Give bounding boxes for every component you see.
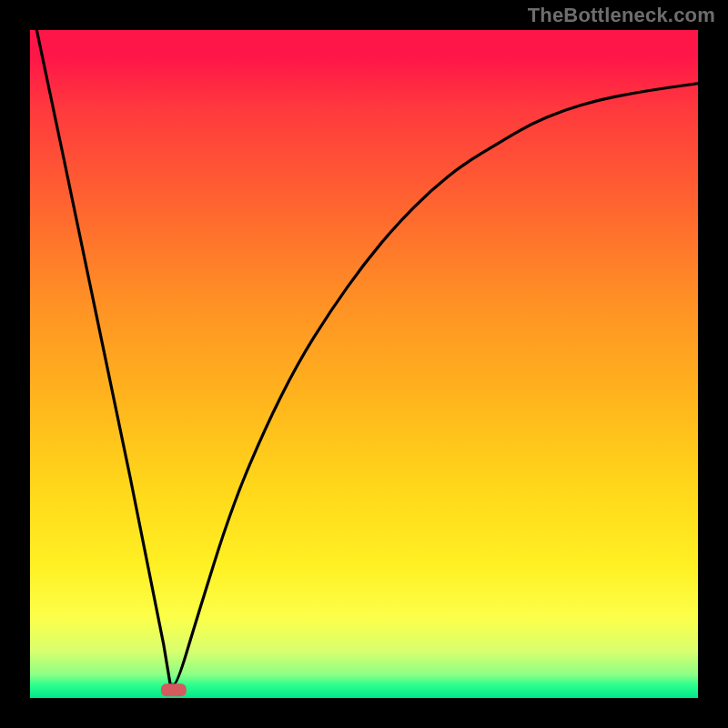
watermark-text: TheBottleneck.com — [528, 4, 715, 27]
plot-background-gradient — [30, 30, 698, 698]
chart-frame: TheBottleneck.com — [0, 0, 728, 728]
